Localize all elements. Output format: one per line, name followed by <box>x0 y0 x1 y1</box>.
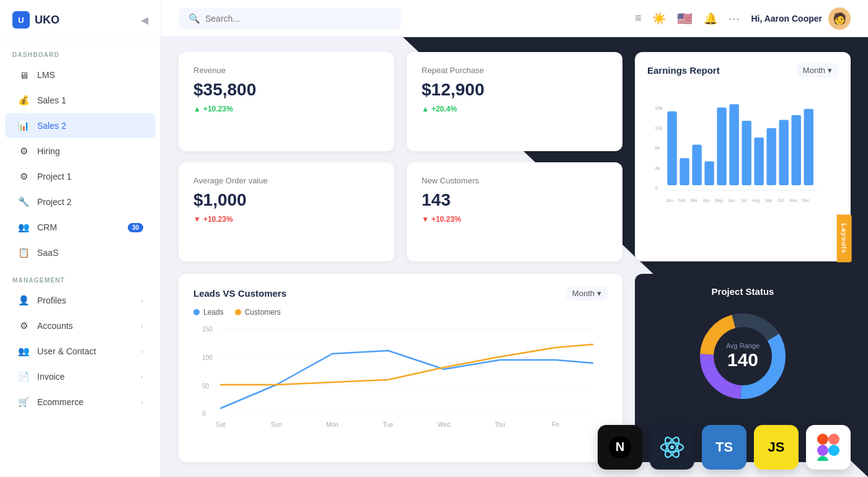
user-name: Hi, Aaron Cooper <box>751 14 822 24</box>
saas-icon: 📋 <box>17 247 30 259</box>
sidebar-label-crm: CRM <box>37 222 57 232</box>
stat-value-repeat: $12,900 <box>422 80 608 100</box>
legend-item-customers: Customers <box>235 308 281 317</box>
svg-text:4k: 4k <box>655 165 660 171</box>
svg-text:May: May <box>715 198 724 203</box>
sidebar-item-profiles[interactable]: 👤Profiles› <box>5 288 156 313</box>
month-select[interactable]: Month ▾ <box>797 63 838 77</box>
svg-rect-9 <box>717 108 726 186</box>
sidebar-item-accounts[interactable]: ⚙Accounts› <box>5 313 156 338</box>
legend-label-customers: Customers <box>245 308 281 317</box>
sidebar-item-user-contact[interactable]: 👥User & Contact› <box>5 339 156 364</box>
sidebar-label-ecommerce: Ecommerce <box>37 397 84 407</box>
sales1-icon: 💰 <box>17 94 30 107</box>
up-arrow-icon: ▲ <box>422 105 429 113</box>
stat-card-revenue: Revenue $35,800 ▲ +10.23% <box>179 52 394 151</box>
sidebar-label-accounts: Accounts <box>37 321 73 331</box>
svg-text:Jan: Jan <box>666 198 673 203</box>
chevron-down-icon: ▾ <box>597 289 601 298</box>
svg-text:Feb: Feb <box>678 198 685 203</box>
sidebar-collapse-button[interactable]: ◀ <box>141 14 148 26</box>
legend-dot-customers <box>235 309 241 315</box>
crm-icon: 👥 <box>17 221 30 234</box>
chevron-icon-profiles: › <box>141 297 143 304</box>
sidebar-label-hiring: Hiring <box>37 146 60 156</box>
logo-icon: U <box>12 11 30 28</box>
stat-change-revenue: ▲ +10.23% <box>193 105 379 113</box>
logo: U UKO <box>12 11 60 28</box>
svg-point-54 <box>670 445 674 449</box>
legend-dot-leads <box>193 309 200 315</box>
sidebar-item-invoice[interactable]: 📄Invoice› <box>5 364 156 389</box>
lms-icon: 🖥 <box>17 69 30 81</box>
sidebar-item-sales2[interactable]: 📊Sales 2 <box>5 113 156 138</box>
svg-rect-7 <box>692 145 701 185</box>
stat-value-avg: $1,000 <box>193 190 379 210</box>
figma-icon <box>806 425 851 470</box>
sidebar-item-project1[interactable]: ⚙Project 1 <box>5 164 156 189</box>
sidebar-label-sales2: Sales 2 <box>37 121 66 131</box>
up-arrow-icon: ▲ <box>193 105 201 113</box>
svg-rect-13 <box>767 128 776 185</box>
svg-rect-55 <box>817 434 828 445</box>
stat-card-avg-order: Average Order value $1,000 ▼ +10.23% <box>179 162 394 261</box>
leads-month-select[interactable]: Month ▾ <box>566 286 608 300</box>
svg-rect-15 <box>792 115 801 185</box>
layouts-tab[interactable]: Layouts <box>836 214 851 262</box>
avg-range-value: 140 <box>726 349 760 370</box>
down-arrow-icon: ▼ <box>422 215 429 224</box>
apps-grid-icon[interactable]: ⋯ <box>728 12 740 25</box>
stat-card-new-customers: New Customers 143 ▼ +10.23% <box>407 162 622 261</box>
language-flag-icon[interactable]: 🇺🇸 <box>677 11 693 26</box>
legend-label-leads: Leads <box>203 308 224 317</box>
sidebar-section-title: DASHBOARD <box>0 40 161 62</box>
sidebar-item-crm[interactable]: 👥CRM30 <box>5 215 156 240</box>
chevron-down-icon: ▾ <box>828 66 832 75</box>
tech-icons-row: N TS JS <box>161 418 868 477</box>
svg-rect-56 <box>828 434 839 445</box>
earnings-title: Earnings Report <box>647 65 720 76</box>
sidebar-item-saas[interactable]: 📋SaaS <box>5 240 156 265</box>
sidebar-item-ecommerce[interactable]: 🛒Ecommerce› <box>5 390 156 414</box>
stat-label-revenue: Revenue <box>193 66 379 75</box>
search-input[interactable] <box>205 14 392 24</box>
svg-text:100: 100 <box>202 354 213 361</box>
svg-rect-57 <box>817 445 828 456</box>
leads-header: Leads VS Customers Month ▾ <box>193 286 608 300</box>
svg-rect-10 <box>729 104 738 185</box>
user-contact-icon: 👥 <box>17 345 30 357</box>
react-icon <box>650 425 694 470</box>
sidebar-item-project2[interactable]: 🔧Project 2 <box>5 190 156 214</box>
sidebar-label-user-contact: User & Contact <box>37 346 96 356</box>
sales2-icon: 📊 <box>17 120 30 132</box>
stat-change-repeat: ▲ +20.4% <box>422 105 608 113</box>
main-area: 🔍 ≡ ☀️ 🇺🇸 🔔 ⋯ Hi, Aaron Cooper 🧑 Revenue… <box>161 0 868 477</box>
topbar: 🔍 ≡ ☀️ 🇺🇸 🔔 ⋯ Hi, Aaron Cooper 🧑 <box>161 0 868 37</box>
svg-text:N: N <box>616 440 624 453</box>
menu-lines-icon[interactable]: ≡ <box>635 12 642 25</box>
theme-toggle-icon[interactable]: ☀️ <box>652 12 666 25</box>
sidebar-item-lms[interactable]: 🖥LMS <box>5 63 156 87</box>
accounts-icon: ⚙ <box>17 320 30 332</box>
svg-text:Jul: Jul <box>741 198 746 203</box>
search-bar[interactable]: 🔍 <box>179 8 402 29</box>
svg-rect-6 <box>680 158 689 185</box>
chevron-icon-user-contact: › <box>141 348 143 355</box>
svg-text:Mar: Mar <box>690 198 698 203</box>
sidebar-label-lms: LMS <box>37 70 55 80</box>
svg-text:Apr: Apr <box>703 198 710 203</box>
stat-card-repeat-purchase: Repeat Purchase $12,900 ▲ +20.4% <box>407 52 622 151</box>
notifications-bell-icon[interactable]: 🔔 <box>704 12 717 25</box>
sidebar-item-hiring[interactable]: ⚙Hiring <box>5 139 156 164</box>
sidebar-item-sales1[interactable]: 💰Sales 1 <box>5 88 156 113</box>
user-info[interactable]: Hi, Aaron Cooper 🧑 <box>751 7 851 30</box>
content-inner: Revenue $35,800 ▲ +10.23% Repeat Purchas… <box>161 37 868 477</box>
stat-value-customers: 143 <box>422 190 608 210</box>
sidebar-logo: U UKO ◀ <box>0 0 161 40</box>
stat-label-avg: Average Order value <box>193 176 379 185</box>
stat-value-revenue: $35,800 <box>193 80 379 100</box>
logo-text: UKO <box>35 14 60 27</box>
badge-crm: 30 <box>128 223 143 232</box>
chevron-icon-invoice: › <box>141 373 143 380</box>
ecommerce-icon: 🛒 <box>17 396 30 408</box>
